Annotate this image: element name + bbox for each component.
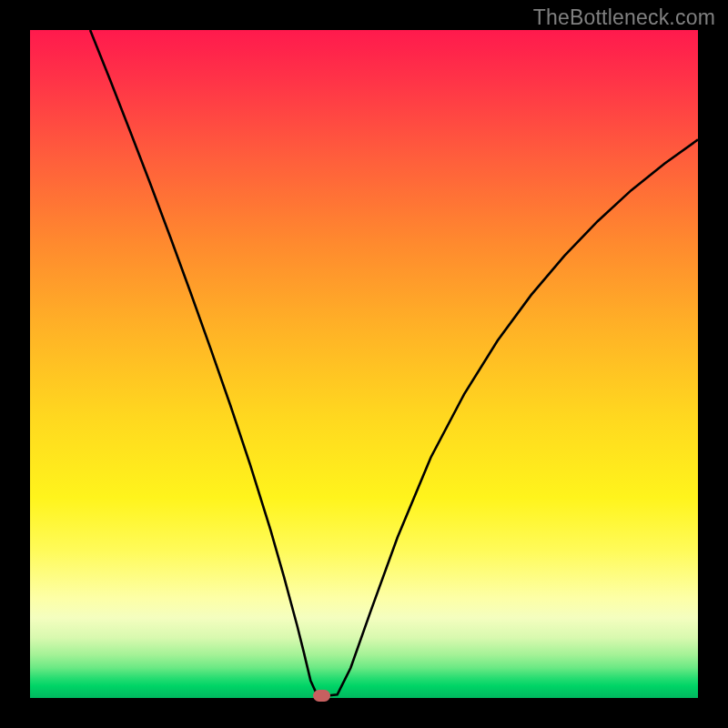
watermark-text: TheBottleneck.com — [533, 5, 715, 30]
chart-frame: TheBottleneck.com — [0, 0, 728, 728]
bottleneck-curve — [90, 30, 698, 695]
curve-svg — [0, 0, 728, 728]
